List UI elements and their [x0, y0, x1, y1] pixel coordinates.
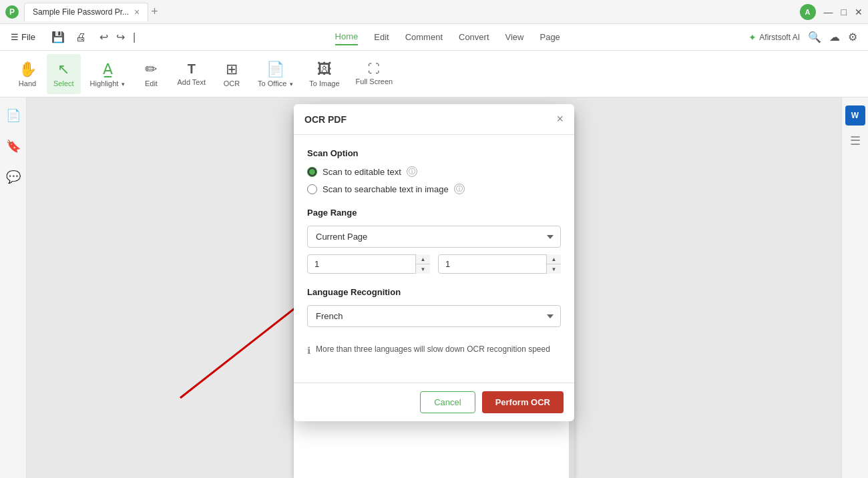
ocr-icon: ⊞ [226, 61, 238, 78]
warning-row: ℹ More than three languages will slow do… [307, 344, 561, 356]
tab-page[interactable]: Page [539, 29, 560, 45]
user-avatar[interactable]: A [800, 4, 816, 20]
translate-button[interactable]: W [845, 105, 865, 126]
page-to-group: ▲ ▼ [438, 254, 561, 274]
edit-icon: ✏ [145, 61, 157, 78]
hand-tool-button[interactable]: ✋ Hand [11, 54, 44, 94]
scan-editable-row: Scan to editable text ⓘ [307, 166, 561, 177]
page-to-input[interactable] [438, 254, 561, 274]
file-text: File [21, 32, 35, 42]
page-from-group: ▲ ▼ [307, 254, 430, 274]
ai-label: Afirstsoft AI [759, 33, 800, 42]
highlight-label: Highlight ▾ [90, 79, 126, 87]
settings-icon[interactable]: ⚙ [848, 31, 857, 43]
main-layout: 📄 🔖 💬 [0, 97, 868, 478]
dialog-title: OCR PDF [304, 114, 347, 125]
highlight-tool-button[interactable]: A̲ Highlight ▾ [83, 54, 132, 94]
edit-tool-button[interactable]: ✏ Edit [134, 54, 168, 94]
quick-access-bar: 💾 🖨 [49, 28, 89, 46]
right-sidebar: W ☰ [841, 97, 868, 478]
cancel-button[interactable]: Cancel [420, 391, 475, 413]
tab-title: Sample File Password Pr... [33, 7, 129, 17]
full-screen-icon: ⛶ [368, 62, 380, 76]
dialog-overlay: OCR PDF × Scan Option Scan to editable t… [27, 97, 841, 478]
to-office-button[interactable]: 📄 To Office ▾ [251, 54, 300, 94]
undo-redo-bar: ↩ ↪ | [97, 28, 138, 46]
scan-editable-label: Scan to editable text [322, 167, 401, 177]
hand-icon: ✋ [19, 61, 37, 78]
page-range-dropdown[interactable]: Current Page All Pages Custom Range [307, 226, 561, 248]
thumbnail-icon[interactable]: 📄 [3, 105, 23, 126]
bookmark-icon[interactable]: 🔖 [3, 136, 23, 156]
ocr-dialog: OCR PDF × Scan Option Scan to editable t… [294, 104, 574, 421]
page-from-input[interactable] [307, 254, 430, 274]
scan-searchable-radio[interactable] [307, 184, 317, 194]
toolbar: ✋ Hand ↖ Select A̲ Highlight ▾ ✏ Edit T … [0, 51, 868, 97]
file-label: ☰ [11, 32, 19, 42]
warning-icon: ℹ [307, 345, 310, 356]
page-to-spin: ▲ ▼ [546, 254, 561, 274]
warning-text: More than three languages will slow down… [316, 344, 550, 354]
add-text-label: Add Text [177, 78, 206, 86]
hand-label: Hand [19, 79, 36, 87]
menubar: ☰ File 💾 🖨 ↩ ↪ | Home Edit Comment Conve… [0, 24, 868, 51]
menu-tabs: Home Edit Comment Convert View Page [146, 29, 748, 45]
divider: | [130, 29, 138, 46]
scan-editable-info-icon[interactable]: ⓘ [407, 166, 417, 177]
file-menu[interactable]: ☰ File [11, 32, 35, 42]
select-tool-button[interactable]: ↖ Select [47, 54, 81, 94]
undo-button[interactable]: ↩ [97, 28, 111, 46]
scan-searchable-info-icon[interactable]: ⓘ [454, 184, 465, 194]
ocr-button[interactable]: ⊞ OCR [215, 54, 248, 94]
scan-editable-radio[interactable] [307, 167, 317, 177]
search-button[interactable]: 🔍 [808, 31, 821, 43]
language-dropdown[interactable]: French English Spanish German Chinese [307, 305, 561, 327]
page-range-title: Page Range [307, 208, 561, 218]
new-tab-button[interactable]: + [151, 5, 158, 19]
to-office-icon: 📄 [266, 61, 284, 78]
page-from-down-button[interactable]: ▼ [416, 264, 430, 274]
ai-button[interactable]: ✦ Afirstsoft AI [748, 32, 800, 43]
edit-label: Edit [145, 79, 158, 87]
dialog-header: OCR PDF × [294, 104, 574, 135]
to-image-icon: 🖼 [317, 61, 332, 78]
close-tab-button[interactable]: × [134, 7, 140, 17]
tab-edit[interactable]: Edit [374, 29, 389, 45]
add-text-button[interactable]: T Add Text [170, 54, 212, 94]
page-from-up-button[interactable]: ▲ [416, 254, 430, 264]
perform-ocr-button[interactable]: Perform OCR [482, 391, 564, 413]
dialog-close-button[interactable]: × [556, 112, 564, 126]
full-screen-label: Full Screen [356, 77, 393, 85]
to-image-button[interactable]: 🖼 To Image [302, 54, 346, 94]
maximize-button[interactable]: □ [841, 7, 847, 17]
full-screen-button[interactable]: ⛶ Full Screen [349, 54, 400, 94]
print-button[interactable]: 🖨 [73, 29, 89, 46]
language-title: Language Recognition [307, 287, 561, 297]
to-image-label: To Image [309, 79, 339, 87]
to-office-label: To Office ▾ [258, 79, 293, 87]
left-sidebar: 📄 🔖 💬 [0, 97, 27, 478]
titlebar: P Sample File Password Pr... × + A — □ ✕ [0, 0, 868, 24]
page-from-spin: ▲ ▼ [415, 254, 430, 274]
tab-comment[interactable]: Comment [405, 29, 443, 45]
scan-searchable-row: Scan to searchable text in image ⓘ [307, 184, 561, 194]
panel-icon[interactable]: ☰ [850, 134, 861, 148]
save-button[interactable]: 💾 [49, 28, 67, 46]
cloud-icon[interactable]: ☁ [829, 31, 840, 43]
tab-view[interactable]: View [505, 29, 524, 45]
page-to-down-button[interactable]: ▼ [547, 264, 561, 274]
minimize-button[interactable]: — [824, 7, 833, 17]
dialog-body: Scan Option Scan to editable text ⓘ Scan… [294, 135, 574, 383]
comment-icon[interactable]: 💬 [3, 167, 23, 187]
scan-option-title: Scan Option [307, 148, 561, 158]
redo-button[interactable]: ↪ [114, 28, 128, 46]
browser-tab[interactable]: Sample File Password Pr... × [24, 3, 148, 21]
select-icon: ↖ [57, 61, 69, 78]
page-to-up-button[interactable]: ▲ [547, 254, 561, 264]
tab-convert[interactable]: Convert [459, 29, 489, 45]
page-range-section: Page Range Current Page All Pages Custom… [307, 208, 561, 274]
language-section: Language Recognition French English Span… [307, 287, 561, 334]
tab-home[interactable]: Home [335, 29, 359, 45]
add-text-icon: T [188, 61, 196, 77]
close-window-button[interactable]: ✕ [855, 7, 863, 17]
